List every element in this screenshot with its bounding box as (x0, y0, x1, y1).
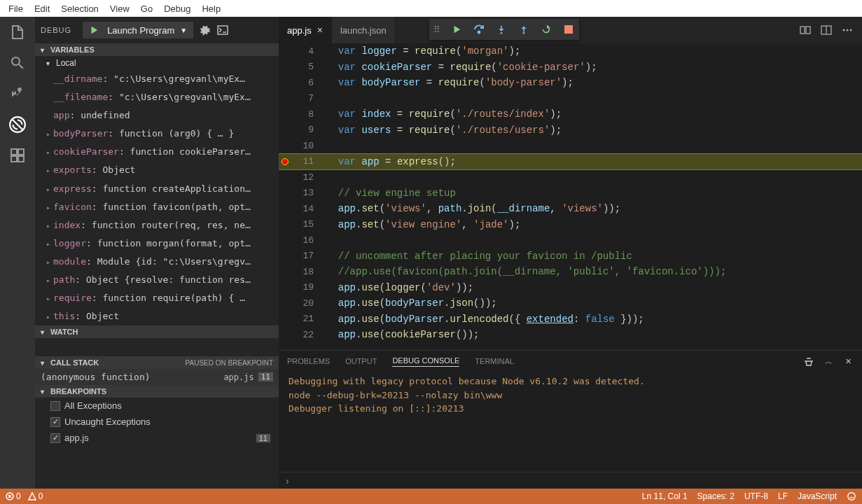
variable-row[interactable]: __dirname: "c:\Users\gregvanl\myEx… (35, 70, 279, 88)
menu-file[interactable]: File (3, 2, 29, 15)
debug-toolbar[interactable]: ⠿ (429, 19, 579, 40)
line-number: 4 (291, 46, 326, 57)
menu-help[interactable]: Help (196, 2, 226, 15)
start-debug-icon[interactable] (86, 22, 102, 38)
code-line[interactable]: 11 var app = express(); (279, 154, 862, 170)
split-editor-icon[interactable] (820, 24, 833, 36)
variable-row[interactable]: ▸favicon: function favicon(path, opt… (35, 198, 279, 216)
code-line[interactable]: 22 app.use(cookieParser()); (279, 327, 862, 343)
variable-row[interactable]: ▸this: Object (35, 307, 279, 326)
breakpoints-section[interactable]: ▾BREAKPOINTS (35, 385, 279, 398)
step-over-icon[interactable] (473, 23, 485, 36)
code-line[interactable]: 7 (279, 91, 862, 107)
panel-tab-output[interactable]: OUTPUT (345, 357, 377, 365)
code-line[interactable]: 20 app.use(bodyParser.json()); (279, 295, 862, 312)
checkbox-icon[interactable]: ✓ (50, 417, 60, 427)
variable-row[interactable]: ▸logger: function morgan(format, opt… (35, 234, 279, 253)
tab-app-js[interactable]: app.js× (279, 17, 332, 43)
errors-count[interactable]: 0 (6, 491, 21, 501)
code-line[interactable]: 13 // view engine setup (279, 186, 862, 202)
code-line[interactable]: 5 var cookieParser = require('cookie-par… (279, 59, 862, 76)
variable-row[interactable]: ▸index: function router(req, res, ne… (35, 216, 279, 234)
compare-icon[interactable] (799, 24, 812, 36)
breakpoint-icon[interactable] (281, 158, 289, 165)
line-number: 15 (291, 219, 326, 230)
debug-console-icon[interactable] (216, 23, 230, 37)
panel-tab-terminal[interactable]: TERMINAL (475, 357, 514, 365)
cursor-position[interactable]: Ln 11, Col 1 (642, 491, 688, 501)
code-line[interactable]: 9 var users = require('./routes/users'); (279, 122, 862, 139)
tab-launch-json[interactable]: launch.json (332, 17, 396, 43)
more-icon[interactable] (841, 24, 854, 36)
variable-row[interactable]: ▸exports: Object (35, 161, 279, 179)
code-line[interactable]: 14 app.set('views', path.join(__dirname,… (279, 201, 862, 217)
variable-row[interactable]: ▸cookieParser: function cookieParser… (35, 143, 279, 161)
menu-edit[interactable]: Edit (29, 2, 55, 15)
variable-row[interactable]: __filename: "c:\Users\gregvanl\myEx… (35, 88, 279, 106)
language-mode[interactable]: JavaScript (798, 491, 837, 501)
code-line[interactable]: 19 app.use(logger('dev')); (279, 280, 862, 296)
callstack-section[interactable]: ▾CALL STACKPAUSED ON BREAKPOINT (35, 356, 279, 369)
launch-config-select[interactable]: Launch Program ▼ (83, 22, 193, 38)
warnings-count[interactable]: 0 (28, 491, 43, 501)
indentation[interactable]: Spaces: 2 (697, 491, 735, 501)
grip-icon[interactable]: ⠿ (433, 24, 440, 35)
prompt-icon: › (286, 475, 289, 486)
line-number: 22 (291, 330, 326, 340)
code-line[interactable]: 16 (279, 232, 862, 248)
explorer-icon[interactable] (8, 22, 27, 42)
panel-tab-debug-console[interactable]: DEBUG CONSOLE (392, 356, 459, 367)
menu-debug[interactable]: Debug (158, 2, 196, 15)
code-line[interactable]: 8 var index = require('./routes/index'); (279, 106, 862, 122)
menu-selection[interactable]: Selection (55, 2, 104, 15)
bp-uncaught[interactable]: ✓Uncaught Exceptions (35, 414, 279, 430)
bp-file[interactable]: ✓app.js11 (35, 430, 279, 446)
watch-section[interactable]: ▾WATCH (35, 326, 279, 338)
feedback-icon[interactable] (847, 491, 856, 501)
menu-view[interactable]: View (104, 2, 135, 15)
gear-icon[interactable] (197, 23, 211, 37)
menu-go[interactable]: Go (135, 2, 158, 15)
checkbox-icon[interactable]: ✓ (50, 433, 60, 443)
restart-icon[interactable] (540, 23, 552, 36)
variable-row[interactable]: ▸express: function createApplication… (35, 180, 279, 198)
code-editor[interactable]: 4 var logger = require('morgan');5 var c… (279, 43, 862, 350)
step-out-icon[interactable] (517, 23, 530, 36)
debug-icon[interactable] (8, 115, 27, 134)
code-line[interactable]: 17 // uncomment after placing your favic… (279, 248, 862, 265)
stack-frame[interactable]: (anonymous function) app.js 11 (35, 369, 279, 385)
code-line[interactable]: 10 (279, 138, 862, 154)
chevron-up-icon[interactable]: ︿ (823, 356, 834, 367)
variable-row[interactable]: ▸module: Module {id: "c:\Users\gregv… (35, 253, 279, 271)
continue-icon[interactable] (450, 23, 463, 36)
code-line[interactable]: 21 app.use(bodyParser.urlencoded({ exten… (279, 312, 862, 328)
code-line[interactable]: 15 app.set('view engine', 'jade'); (279, 217, 862, 233)
variable-row[interactable]: ▸bodyParser: function (arg0) { … } (35, 125, 279, 143)
eol[interactable]: LF (778, 491, 788, 501)
panel-tab-problems[interactable]: PROBLEMS (287, 357, 330, 365)
code-line[interactable]: 6 var bodyParser = require('body-parser'… (279, 75, 862, 91)
code-line[interactable]: 18 //app.use(favicon(path.join(__dirname… (279, 264, 862, 280)
source-control-icon[interactable] (8, 84, 27, 104)
bp-all-exceptions[interactable]: All Exceptions (35, 398, 279, 414)
variable-row[interactable]: app: undefined (35, 106, 279, 125)
variable-row[interactable]: ▸require: function require(path) { … (35, 289, 279, 307)
extensions-icon[interactable] (8, 146, 27, 165)
svg-rect-2 (800, 27, 805, 34)
local-scope[interactable]: ▾Local (35, 56, 279, 70)
errors-value: 0 (16, 491, 21, 501)
variables-section[interactable]: ▾VARIABLES (35, 43, 279, 56)
search-icon[interactable] (8, 53, 27, 73)
variables-list: __dirname: "c:\Users\gregvanl\myEx…__fil… (35, 70, 279, 326)
debug-console-input[interactable]: › (279, 472, 862, 489)
close-icon[interactable]: × (317, 24, 323, 36)
code-line[interactable]: 12 (279, 169, 862, 186)
close-icon[interactable]: ✕ (842, 356, 854, 367)
variable-row[interactable]: ▸path: Object {resolve: function res… (35, 271, 279, 289)
encoding[interactable]: UTF-8 (744, 491, 768, 501)
step-into-icon[interactable] (495, 23, 508, 36)
clear-console-icon[interactable] (803, 356, 814, 367)
code-line[interactable]: 4 var logger = require('morgan'); (279, 43, 862, 59)
stop-icon[interactable] (562, 23, 575, 36)
checkbox-icon[interactable] (50, 401, 60, 411)
